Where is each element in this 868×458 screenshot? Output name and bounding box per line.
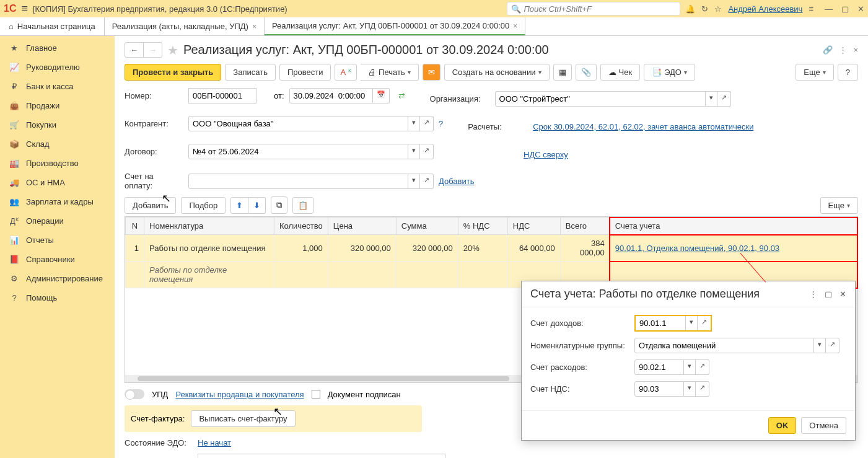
upd-toggle[interactable] [125, 389, 144, 399]
invoice-ref-field[interactable] [188, 174, 408, 189]
user-link[interactable]: Андрей Алексеевич [728, 4, 802, 14]
vat-acc-field[interactable] [634, 381, 684, 397]
number-field[interactable] [188, 88, 256, 103]
history-icon[interactable]: ↻ [701, 4, 708, 14]
sidebar-item-sales[interactable]: 👜Продажи [0, 96, 115, 115]
dropdown-icon[interactable]: ▾ [684, 359, 696, 375]
open-icon[interactable]: ↗ [696, 381, 709, 397]
post-button[interactable]: Провести [279, 64, 331, 81]
transfer-icon[interactable]: ⇄ [398, 91, 405, 100]
edo-state-link[interactable]: Не начат [198, 438, 231, 447]
add-row-button[interactable]: Добавить [125, 197, 176, 214]
sidebar-item-help[interactable]: ?Помощь [0, 288, 115, 307]
settlements-link[interactable]: Срок 30.09.2024, 62.01, 62.02, зачет ава… [533, 122, 753, 131]
pick-button[interactable]: Подбор [181, 197, 226, 214]
sidebar-item-manager[interactable]: 📈Руководителю [0, 58, 115, 77]
sidebar-item-purchases[interactable]: 🛒Покупки [0, 115, 115, 134]
comment-field[interactable] [198, 454, 445, 458]
dtkt-button[interactable]: Аᴷ [335, 64, 357, 81]
counterparty-field[interactable] [188, 116, 408, 131]
help-button[interactable]: ? [838, 64, 858, 81]
move-down-button[interactable]: ⬇ [248, 197, 266, 214]
close-icon[interactable]: ✕ [840, 289, 846, 299]
settings-icon[interactable]: ≡ [809, 4, 813, 14]
post-and-close-button[interactable]: Провести и закрыть [125, 64, 221, 81]
sidebar-item-assets[interactable]: 🚚ОС и НМА [0, 173, 115, 192]
info-icon[interactable]: ? [439, 119, 443, 128]
menu-icon[interactable]: ≡ [21, 2, 28, 15]
minimize-icon[interactable]: — [825, 4, 833, 14]
vat-mode-link[interactable]: НДС сверху [524, 150, 568, 159]
more-button[interactable]: Еще [796, 64, 833, 81]
close-icon[interactable]: × [853, 45, 858, 55]
edo-button[interactable]: 📑 ЭДО [644, 64, 695, 81]
open-icon[interactable]: ↗ [697, 316, 711, 330]
sidebar-item-refs[interactable]: 📕Справочники [0, 250, 115, 269]
cancel-button[interactable]: Отмена [801, 417, 846, 434]
maximize-icon[interactable]: ▢ [841, 4, 849, 14]
doc-signed-checkbox[interactable] [312, 390, 320, 399]
close-icon[interactable]: ✕ [857, 4, 864, 14]
contract-field[interactable] [188, 144, 408, 159]
open-icon[interactable]: ↗ [696, 359, 709, 375]
move-up-button[interactable]: ⬆ [230, 197, 248, 214]
seller-buyer-link[interactable]: Реквизиты продавца и покупателя [175, 390, 304, 399]
sidebar-item-production[interactable]: 🏭Производство [0, 154, 115, 173]
save-button[interactable]: Записать [225, 64, 276, 81]
cheque-button[interactable]: ☁ Чек [600, 64, 641, 81]
nomgroup-field[interactable] [634, 338, 814, 353]
dropdown-icon[interactable]: ▾ [408, 116, 420, 131]
open-icon[interactable]: ↗ [420, 116, 434, 131]
expense-acc-field[interactable] [634, 359, 684, 375]
table-row[interactable]: 1 Работы по отделке помещения 1,000 320 … [126, 235, 857, 262]
sidebar-item-main[interactable]: ★Главное [0, 38, 115, 58]
search-input[interactable] [524, 4, 676, 14]
more-icon[interactable]: ⋮ [809, 289, 817, 299]
open-icon[interactable]: ↗ [826, 338, 840, 353]
link-icon[interactable]: 🔗 [823, 45, 833, 55]
calendar-icon[interactable]: 📅 [373, 88, 390, 103]
back-button[interactable]: ← [125, 43, 144, 57]
sidebar-item-bank[interactable]: ₽Банк и касса [0, 77, 115, 96]
paste-button[interactable]: 📋 [292, 197, 313, 214]
attach-button[interactable]: 📎 [576, 64, 597, 81]
open-icon[interactable]: ↗ [717, 91, 731, 107]
create-based-button[interactable]: Создать на основании [444, 64, 550, 81]
forward-button[interactable]: → [144, 43, 162, 57]
dropdown-icon[interactable]: ▾ [814, 338, 826, 353]
income-acc-field[interactable] [636, 316, 685, 330]
tab-realization-list[interactable]: Реализация (акты, накладные, УПД) × [105, 17, 265, 35]
issue-invoice-button[interactable]: Выписать счет-фактуру [191, 410, 295, 427]
open-icon[interactable]: ↗ [420, 144, 434, 159]
add-invoice-link[interactable]: Добавить [439, 177, 474, 186]
accounts-cell-link[interactable]: 90.01.1, Отделка помещений, 90.02.1, 90.… [615, 244, 779, 253]
tab-home[interactable]: ⌂ Начальная страница [0, 17, 105, 35]
registers-button[interactable]: ▦ [553, 64, 572, 81]
tab-realization-doc[interactable]: Реализация услуг: Акт, УПД 00БП-000001 о… [265, 17, 525, 35]
sidebar-item-operations[interactable]: ДᴷОперации [0, 211, 115, 231]
close-icon[interactable]: × [513, 22, 517, 30]
maximize-icon[interactable]: ▢ [825, 289, 832, 299]
sidebar-item-warehouse[interactable]: 📦Склад [0, 134, 115, 154]
org-field[interactable] [495, 91, 706, 107]
sidebar-item-reports[interactable]: 📊Отчеты [0, 231, 115, 250]
sidebar-item-salary[interactable]: 👥Зарплата и кадры [0, 192, 115, 211]
dropdown-icon[interactable]: ▾ [685, 316, 697, 330]
close-icon[interactable]: × [252, 22, 256, 31]
global-search[interactable]: 🔍 [507, 2, 680, 15]
sidebar-item-admin[interactable]: ⚙Администрирование [0, 269, 115, 288]
open-icon[interactable]: ↗ [420, 174, 434, 189]
dropdown-icon[interactable]: ▾ [408, 174, 420, 189]
print-button[interactable]: 🖨 Печать [361, 64, 419, 81]
star-icon[interactable]: ☆ [714, 4, 722, 14]
dropdown-icon[interactable]: ▾ [706, 91, 717, 107]
more-icon[interactable]: ⋮ [839, 45, 847, 55]
bell-icon[interactable]: 🔔 [685, 4, 695, 14]
dropdown-icon[interactable]: ▾ [408, 144, 420, 159]
dropdown-icon[interactable]: ▾ [684, 381, 696, 397]
copy-button[interactable]: ⧉ [271, 196, 287, 214]
favorite-icon[interactable]: ★ [167, 43, 178, 58]
table-more-button[interactable]: Еще [820, 197, 858, 214]
mail-button[interactable]: ✉ [423, 64, 441, 81]
ok-button[interactable]: OK [768, 417, 797, 434]
